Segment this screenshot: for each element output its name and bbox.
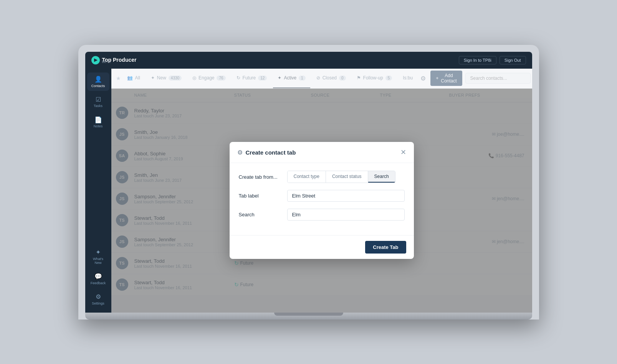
tab-all[interactable]: 👥 All bbox=[122, 69, 145, 88]
tab-settings-button[interactable]: ⚙ bbox=[419, 73, 427, 84]
search-input[interactable] bbox=[287, 209, 405, 221]
modal-gear-icon: ⚙ bbox=[237, 149, 243, 156]
modal-close-button[interactable]: ✕ bbox=[400, 148, 406, 156]
sign-in-button[interactable]: Sign In to TP8i bbox=[459, 56, 496, 64]
tab-option-search[interactable]: Search bbox=[368, 171, 395, 183]
tab-type-options: Contact type Contact status Search bbox=[287, 171, 395, 183]
add-contact-button[interactable]: + Add Contact bbox=[430, 71, 462, 86]
create-tab-from-label: Create tab from... bbox=[239, 174, 281, 180]
add-icon: + bbox=[436, 76, 438, 81]
modal-title: Create contact tab bbox=[246, 149, 296, 156]
tab-isbu[interactable]: Is:bu bbox=[398, 69, 417, 88]
tab-future[interactable]: ↻ Future 12 bbox=[232, 69, 272, 88]
sidebar-item-contacts[interactable]: 👤 Contacts bbox=[87, 72, 109, 91]
notes-icon: 📄 bbox=[94, 116, 102, 124]
tab-followup[interactable]: ⚑ Follow-up 5 bbox=[352, 69, 397, 88]
search-contacts-input[interactable] bbox=[465, 73, 531, 84]
logo-icon: ▶ bbox=[91, 56, 100, 64]
tab-active[interactable]: ✦ Active 1 bbox=[273, 69, 310, 88]
sign-out-button[interactable]: Sign Out bbox=[500, 56, 526, 64]
whats-new-icon: ✦ bbox=[94, 249, 102, 256]
tab-closed[interactable]: ⊘ Closed 0 bbox=[312, 69, 351, 88]
tab-new[interactable]: ✦ New 4330 bbox=[146, 69, 186, 88]
tab-label-input[interactable] bbox=[287, 190, 405, 202]
sidebar: 👤 Contacts ☑ Tasks 📄 Notes ✦ What's N bbox=[85, 69, 111, 313]
create-tab-button[interactable]: Create Tab bbox=[365, 241, 406, 254]
sidebar-item-feedback[interactable]: 💬 Feedback bbox=[87, 270, 109, 288]
tab-option-contact-type[interactable]: Contact type bbox=[288, 171, 326, 183]
sidebar-item-whats-new[interactable]: ✦ What's New bbox=[87, 245, 109, 268]
settings-icon: ⚙ bbox=[94, 293, 102, 301]
sidebar-item-tasks[interactable]: ☑ Tasks bbox=[87, 92, 109, 111]
create-contact-tab-modal: ⚙ Create contact tab ✕ Create tab from..… bbox=[230, 142, 414, 259]
tab-option-contact-status[interactable]: Contact status bbox=[326, 171, 368, 183]
logo: ▶ Top Producer BETA bbox=[91, 56, 137, 64]
tab-star[interactable]: ★ bbox=[116, 75, 121, 81]
sidebar-item-settings[interactable]: ⚙ Settings bbox=[87, 290, 109, 309]
feedback-icon: 💬 bbox=[94, 273, 102, 280]
tasks-icon: ☑ bbox=[94, 96, 102, 103]
search-label: Search bbox=[239, 212, 281, 217]
modal-overlay: ⚙ Create contact tab ✕ Create tab from..… bbox=[111, 89, 532, 313]
tab-bar: ★ 👥 All ✦ New 4330 ◎ Engage bbox=[111, 69, 532, 89]
contacts-icon: 👤 bbox=[94, 76, 102, 83]
sidebar-item-notes[interactable]: 📄 Notes bbox=[87, 113, 109, 132]
tab-engage[interactable]: ◎ Engage 76 bbox=[188, 69, 230, 88]
tab-label-label: Tab label bbox=[239, 193, 281, 199]
